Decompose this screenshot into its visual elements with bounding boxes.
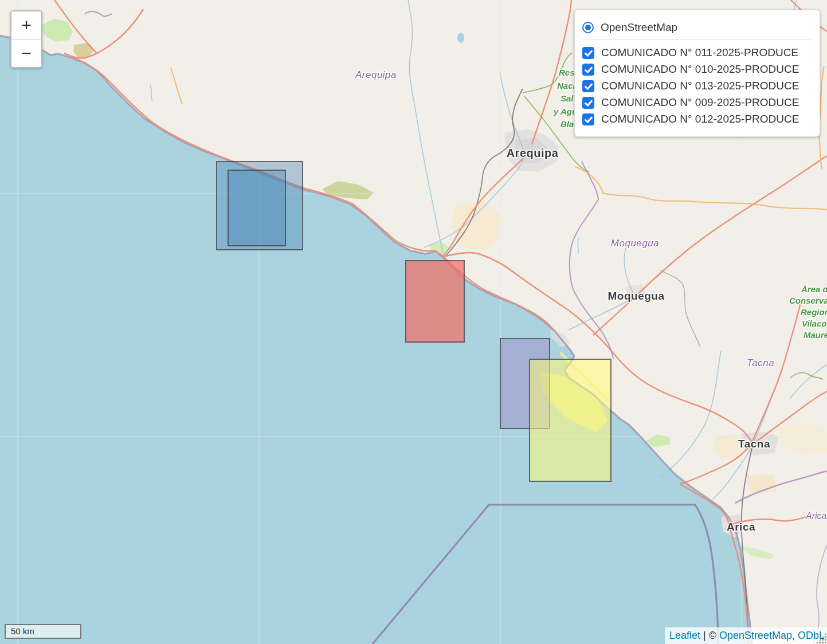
zoom-control: + − bbox=[10, 10, 42, 68]
region-label-arequipa: Arequipa bbox=[355, 69, 397, 80]
overlay-label: COMUNICADO N° 010-2025-PRODUCE bbox=[601, 63, 799, 76]
layers-separator bbox=[582, 40, 812, 40]
city-label-arica: Arica bbox=[727, 521, 755, 533]
region-label-arica: Arica bbox=[805, 511, 827, 521]
checkbox-checked-icon bbox=[582, 47, 594, 59]
zone-rect-red[interactable] bbox=[406, 261, 464, 342]
checkbox-checked-icon bbox=[582, 80, 594, 92]
region-label-moquegua: Moquegua bbox=[611, 238, 659, 249]
zoom-in-button[interactable]: + bbox=[11, 11, 41, 40]
overlay-row-comunicado-010[interactable]: COMUNICADO N° 010-2025-PRODUCE bbox=[582, 63, 812, 76]
overlay-row-comunicado-012[interactable]: COMUNICADO N° 012-2025-PRODUCE bbox=[582, 113, 812, 125]
copyright-symbol: © bbox=[709, 630, 719, 641]
zoom-out-button[interactable]: − bbox=[11, 40, 41, 67]
zone-rect-yellow[interactable] bbox=[530, 359, 611, 481]
region-label-tacna: Tacna bbox=[747, 358, 774, 368]
checkbox-checked-icon bbox=[582, 97, 594, 109]
openstreetmap-link[interactable]: OpenStreetMap bbox=[719, 630, 792, 641]
zone-rect-blue-inner[interactable] bbox=[228, 170, 285, 246]
overlay-label: COMUNICADO N° 012-2025-PRODUCE bbox=[601, 113, 799, 125]
odbl-link[interactable]: , ODbL bbox=[792, 630, 825, 641]
svg-text:Regional: Regional bbox=[801, 307, 827, 317]
overlay-label: COMUNICADO N° 009-2025-PRODUCE bbox=[601, 96, 799, 109]
attribution-separator: | bbox=[700, 630, 709, 641]
overlay-row-comunicado-011[interactable]: COMUNICADO N° 011-2025-PRODUCE bbox=[582, 46, 812, 59]
scale-bar: 50 km bbox=[5, 624, 81, 639]
svg-text:Maure: Maure bbox=[804, 330, 827, 340]
radio-selected-icon bbox=[582, 22, 594, 33]
city-label-arequipa: Arequipa bbox=[507, 147, 559, 159]
checkbox-checked-icon bbox=[582, 113, 594, 125]
overlay-label: COMUNICADO N° 013-2025-PRODUCE bbox=[601, 80, 799, 92]
overlay-row-comunicado-013[interactable]: COMUNICADO N° 013-2025-PRODUCE bbox=[582, 80, 812, 92]
svg-text:Área de: Área de bbox=[801, 284, 827, 294]
base-layer-row-openstreetmap[interactable]: OpenStreetMap bbox=[582, 21, 812, 34]
overlay-label: COMUNICADO N° 011-2025-PRODUCE bbox=[601, 46, 798, 59]
overlay-row-comunicado-009[interactable]: COMUNICADO N° 009-2025-PRODUCE bbox=[582, 96, 812, 109]
layers-control: OpenStreetMap COMUNICADO N° 011-2025-PRO… bbox=[574, 10, 820, 137]
attribution-bar: Leaflet | © OpenStreetMap, ODbL bbox=[665, 627, 827, 644]
leaflet-map-app: { "controls": { "zoom_in": "+", "zoom_ou… bbox=[0, 0, 827, 644]
base-layer-label: OpenStreetMap bbox=[601, 21, 677, 34]
svg-text:Vilacota: Vilacota bbox=[802, 319, 827, 328]
city-label-tacna: Tacna bbox=[738, 438, 770, 450]
leaflet-link[interactable]: Leaflet bbox=[669, 630, 700, 641]
city-label-moquegua: Moquegua bbox=[608, 290, 665, 302]
svg-text:Conservación: Conservación bbox=[789, 296, 827, 305]
checkbox-checked-icon bbox=[582, 64, 594, 76]
